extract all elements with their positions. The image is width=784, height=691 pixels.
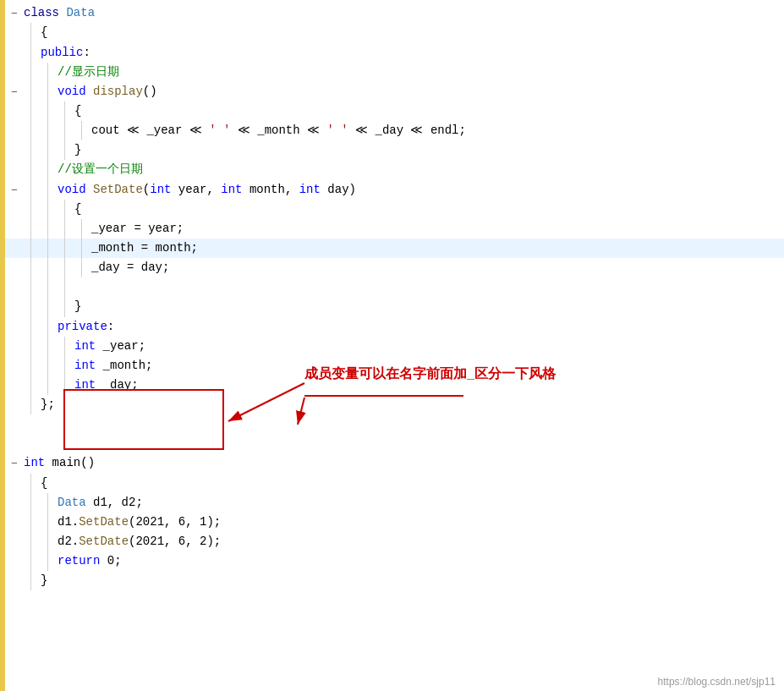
fold-marker [5, 23, 24, 25]
code-line: − void display() [5, 82, 784, 101]
indent-guide [41, 356, 58, 376]
code-line [5, 434, 784, 453]
fold-marker [5, 121, 24, 123]
editor-container: −class Data { public: //显示日期− void displ… [0, 0, 784, 691]
fold-marker [5, 258, 24, 260]
fold-marker [5, 513, 24, 514]
token: ≪ _day ≪ endl; [348, 123, 466, 137]
token: int [221, 183, 242, 196]
indent-guide [41, 277, 58, 297]
code-line: cout ≪ _year ≪ ' ' ≪ _month ≪ ' ' ≪ _day… [5, 121, 784, 140]
token: _day = day; [91, 260, 169, 274]
fold-marker[interactable]: − [5, 3, 24, 23]
token: ( [143, 183, 150, 196]
fold-marker [5, 571, 24, 573]
code-line: _day = day; [5, 258, 784, 277]
indent-guide [58, 258, 74, 277]
code-tokens: d2.SetDate(2021, 6, 2); [58, 532, 784, 551]
indent-guide [58, 297, 74, 316]
indent-guide [24, 376, 41, 395]
indent-guide [58, 219, 74, 239]
token: 0; [100, 554, 121, 568]
code-tokens: { [41, 474, 784, 493]
code-tokens: return 0; [58, 551, 784, 571]
fold-marker [5, 356, 24, 358]
fold-marker[interactable]: − [5, 180, 24, 200]
indent-guide [58, 200, 74, 219]
indent-guide [24, 43, 41, 63]
fold-marker [5, 395, 24, 397]
fold-marker [5, 551, 24, 553]
code-tokens: } [41, 571, 784, 590]
indent-guide [41, 239, 58, 258]
annotation-label: 成员变量可以在名字前面加_区分一下风格 [304, 365, 556, 383]
indent-guide [24, 180, 41, 200]
code-line: _year = year; [5, 219, 784, 239]
fold-marker [5, 200, 24, 201]
indent-guide [41, 513, 58, 532]
indent-guide [41, 258, 58, 277]
indent-guide [58, 121, 74, 140]
fold-marker[interactable]: − [5, 82, 24, 101]
indent-guide [24, 551, 41, 571]
code-line: int _year; [5, 337, 784, 356]
indent-guide [24, 571, 41, 590]
code-line: } [5, 140, 784, 160]
code-line: }; [5, 395, 784, 414]
indent-guide [41, 376, 58, 395]
token: Data [66, 6, 95, 19]
fold-marker[interactable]: − [5, 453, 24, 473]
fold-marker [5, 277, 24, 279]
token: () [143, 85, 157, 98]
token: int [24, 456, 45, 469]
indent-guide [58, 356, 74, 376]
indent-guide [41, 317, 58, 337]
indent-guide [24, 140, 41, 160]
token: _month = month; [91, 241, 198, 255]
indent-guide [74, 121, 91, 140]
code-tokens: } [74, 140, 784, 160]
code-line [5, 414, 784, 434]
indent-guide [24, 356, 41, 376]
indent-guide [41, 551, 58, 571]
indent-guide [24, 23, 41, 42]
fold-marker [5, 140, 24, 142]
code-tokens: //显示日期 [58, 63, 784, 82]
indent-guide [58, 337, 74, 356]
fold-marker [5, 63, 24, 64]
token: //设置一个日期 [58, 162, 143, 176]
indent-guide [41, 140, 58, 160]
indent-guide [41, 297, 58, 316]
code-tokens [24, 434, 784, 453]
fold-marker [5, 376, 24, 377]
fold-marker [5, 414, 24, 416]
indent-guide [24, 219, 41, 239]
code-line: Data d1, d2; [5, 493, 784, 513]
code-line: −int main() [5, 453, 784, 473]
indent-guide [24, 277, 41, 297]
token: day) [321, 183, 356, 196]
fold-marker [5, 219, 24, 221]
indent-guide [58, 101, 74, 121]
code-line: d2.SetDate(2021, 6, 2); [5, 532, 784, 551]
fold-marker [5, 317, 24, 319]
indent-guide [58, 376, 74, 395]
code-line: { [5, 23, 784, 42]
token: int [299, 183, 321, 196]
indent-guide [74, 239, 91, 258]
indent-guide [24, 532, 41, 551]
indent-guide [24, 317, 41, 337]
code-tokens: //设置一个日期 [58, 160, 784, 179]
code-tokens: } [74, 297, 784, 316]
code-tokens: _day = day; [91, 258, 784, 277]
token: ' ' [209, 123, 230, 137]
indent-guide [41, 160, 58, 179]
token: _year = year; [91, 222, 184, 235]
fold-marker [5, 337, 24, 338]
code-tokens: int main() [24, 453, 784, 473]
token: (2021, 6, 1); [129, 515, 221, 529]
token: _month; [96, 359, 152, 372]
indent-guide [24, 121, 41, 140]
token: ≪ _month ≪ [230, 123, 326, 137]
indent-guide [41, 121, 58, 140]
